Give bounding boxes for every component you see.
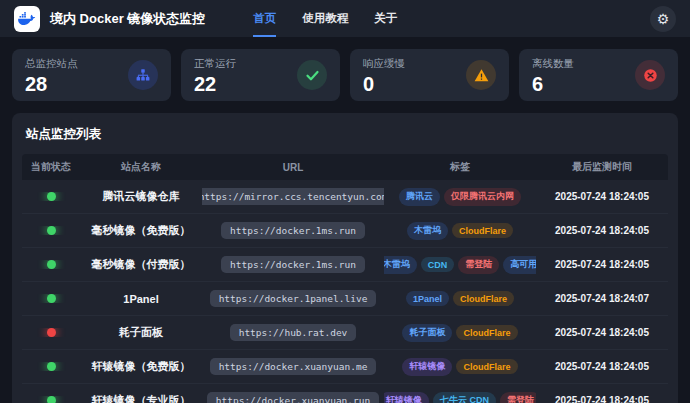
stat-card: 离线数量6: [519, 49, 678, 101]
site-name: 轩辕镜像（专业版）: [80, 393, 202, 403]
table-row: 1Panelhttps://docker.1panel.live1PanelCl…: [22, 282, 668, 316]
page-title: 境内 Docker 镜像状态监控: [50, 10, 205, 28]
tag: 1Panel: [406, 291, 449, 306]
site-name: 1Panel: [80, 293, 202, 305]
tag: CloudFlare: [453, 291, 514, 306]
tag: 木雷坞: [384, 256, 417, 274]
stat-value: 0: [363, 74, 405, 94]
nav-item-home[interactable]: 首页: [253, 0, 276, 37]
status-dot: [47, 328, 56, 337]
main-nav: 首页使用教程关于: [253, 0, 397, 37]
app-header: 境内 Docker 镜像状态监控 首页使用教程关于 ⚙: [0, 0, 690, 37]
tag: CloudFlare: [452, 223, 513, 238]
stat-value: 22: [194, 74, 236, 94]
check-icon: [297, 60, 327, 90]
site-name: 毫秒镜像（付费版）: [80, 257, 202, 272]
offline-icon: [635, 60, 665, 90]
stats-row: 总监控站点28正常运行22响应缓慢0离线数量6: [12, 49, 678, 101]
tag: 轩辕镜像: [402, 358, 452, 376]
column-header: 标签: [384, 160, 536, 174]
stat-card: 响应缓慢0: [350, 49, 509, 101]
table-row: 轩辕镜像（免费版）https://docker.xuanyuan.me轩辕镜像C…: [22, 350, 668, 384]
panel-title: 站点监控列表: [12, 113, 678, 154]
status-dot: [47, 396, 56, 403]
status-dot: [47, 192, 56, 201]
site-url[interactable]: https://docker.1panel.live: [210, 290, 377, 307]
stat-label: 离线数量: [532, 57, 574, 71]
stat-label: 响应缓慢: [363, 57, 405, 71]
nav-item-tutorial[interactable]: 使用教程: [302, 0, 348, 37]
site-url[interactable]: https://docker.xuanyuan.run: [207, 392, 379, 403]
site-tags: 木雷坞CDN需登陆高可用: [384, 256, 536, 274]
tag: 耗子面板: [402, 324, 452, 342]
stat-value: 28: [25, 74, 78, 94]
tag: 需登陆: [500, 392, 536, 403]
site-url[interactable]: https://docker.1ms.run: [221, 256, 365, 273]
site-tags: 木雷坞CloudFlare: [384, 222, 536, 240]
column-header: 最后监测时间: [536, 160, 668, 174]
last-check-time: 2025-07-24 18:24:05: [536, 361, 668, 372]
status-dot: [47, 362, 56, 371]
table-row: 腾讯云镜像仓库https://mirror.ccs.tencentyun.com…: [22, 180, 668, 214]
column-header: 当前状态: [22, 160, 80, 174]
status-dot: [47, 226, 56, 235]
stat-card: 正常运行22: [181, 49, 340, 101]
table-body: 腾讯云镜像仓库https://mirror.ccs.tencentyun.com…: [12, 180, 678, 403]
table-header: 当前状态站点名称URL标签最后监测时间: [22, 154, 668, 180]
table-row: 耗子面板https://hub.rat.dev耗子面板CloudFlare202…: [22, 316, 668, 350]
gear-icon: ⚙: [657, 12, 670, 26]
tag: 七牛云 CDN: [433, 392, 496, 403]
table-row: 毫秒镜像（免费版）https://docker.1ms.run木雷坞CloudF…: [22, 214, 668, 248]
main-content: 总监控站点28正常运行22响应缓慢0离线数量6 站点监控列表 当前状态站点名称U…: [0, 37, 690, 403]
docker-whale-icon: [14, 6, 40, 32]
site-name: 耗子面板: [80, 325, 202, 340]
tag: CloudFlare: [456, 325, 517, 340]
site-name: 腾讯云镜像仓库: [80, 189, 202, 204]
site-tags: 耗子面板CloudFlare: [384, 324, 536, 342]
status-dot: [47, 260, 56, 269]
tag: CloudFlare: [456, 359, 517, 374]
site-tags: 1PanelCloudFlare: [384, 291, 536, 306]
stat-label: 总监控站点: [25, 57, 78, 71]
last-check-time: 2025-07-24 18:24:05: [536, 191, 668, 202]
stat-label: 正常运行: [194, 57, 236, 71]
last-check-time: 2025-07-24 18:24:05: [536, 327, 668, 338]
site-url[interactable]: https://mirror.ccs.tencentyun.com: [202, 188, 384, 205]
site-monitor-panel: 站点监控列表 当前状态站点名称URL标签最后监测时间 腾讯云镜像仓库https:…: [12, 113, 678, 403]
site-tags: 轩辕镜像七牛云 CDN需登陆: [384, 392, 536, 403]
last-check-time: 2025-07-24 18:24:07: [536, 293, 668, 304]
warning-icon: [466, 60, 496, 90]
tag: 腾讯云: [399, 188, 440, 206]
column-header: 站点名称: [80, 160, 202, 174]
site-url[interactable]: https://docker.xuanyuan.me: [210, 358, 377, 375]
site-tags: 轩辕镜像CloudFlare: [384, 358, 536, 376]
nav-item-about[interactable]: 关于: [374, 0, 397, 37]
column-header: URL: [202, 162, 384, 173]
status-dot: [47, 294, 56, 303]
stat-value: 6: [532, 74, 574, 94]
last-check-time: 2025-07-24 18:24:05: [536, 395, 668, 403]
table-row: 轩辕镜像（专业版）https://docker.xuanyuan.run轩辕镜像…: [22, 384, 668, 403]
site-url[interactable]: https://docker.1ms.run: [221, 222, 365, 239]
tag: 木雷坞: [407, 222, 448, 240]
site-name: 轩辕镜像（免费版）: [80, 359, 202, 374]
last-check-time: 2025-07-24 18:24:05: [536, 225, 668, 236]
table-row: 毫秒镜像（付费版）https://docker.1ms.run木雷坞CDN需登陆…: [22, 248, 668, 282]
tag: 高可用: [503, 256, 536, 274]
site-name: 毫秒镜像（免费版）: [80, 223, 202, 238]
tag: 轩辕镜像: [384, 392, 429, 403]
tag: 需登陆: [458, 256, 499, 274]
site-tags: 腾讯云仅限腾讯云内网: [384, 188, 536, 206]
settings-button[interactable]: ⚙: [650, 6, 676, 32]
tag: 仅限腾讯云内网: [444, 188, 521, 206]
stat-card: 总监控站点28: [12, 49, 171, 101]
sitemap-icon: [128, 60, 158, 90]
tag: CDN: [421, 257, 455, 272]
last-check-time: 2025-07-24 18:24:05: [536, 259, 668, 270]
site-url[interactable]: https://hub.rat.dev: [230, 324, 357, 341]
